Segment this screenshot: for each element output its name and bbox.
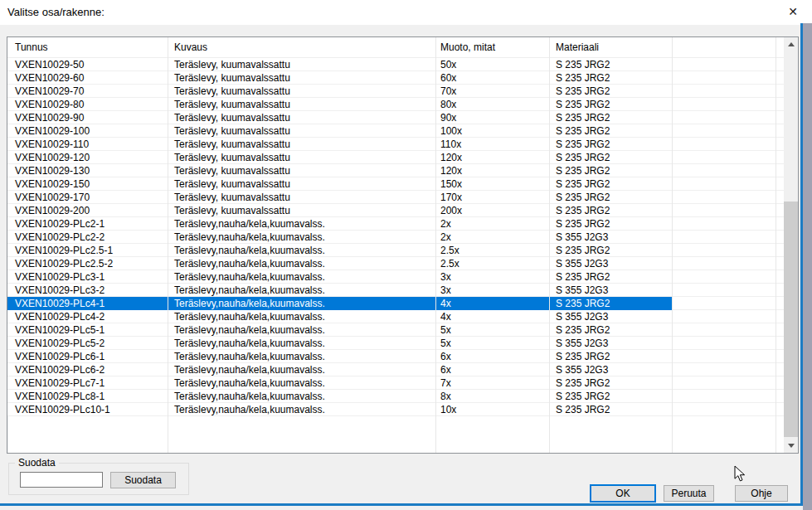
dialog-title: Valitse osa/rakenne: [7,6,105,18]
table-row[interactable]: VXEN10029-200 Teräslevy, kuumavalssattu … [7,204,784,217]
table-row[interactable]: VXEN10029-170 Teräslevy, kuumavalssattu … [7,191,784,204]
cell-tunnus: VXEN10029-PLc6-2 [15,363,105,376]
cell-materiaali: S 235 JRG2 [556,151,610,164]
cell-tunnus: VXEN10029-PLc3-1 [15,270,105,284]
table-row[interactable]: VXEN10029-130 Teräslevy, kuumavalssattu … [7,164,784,177]
cell-tunnus: VXEN10029-170 [15,191,90,204]
cell-muoto: 120x [440,151,462,164]
table-row[interactable]: VXEN10029-80 Teräslevy, kuumavalssattu 8… [7,98,784,111]
cell-materiaali: S 235 JRG2 [556,98,610,111]
cell-muoto: 3x [440,284,451,297]
table-row[interactable]: VXEN10029-70 Teräslevy, kuumavalssattu 7… [7,85,784,98]
table-row[interactable]: VXEN10029-PLc3-2 Teräslevy,nauha/kela,ku… [7,284,784,297]
cell-kuvaus: Teräslevy, kuumavalssattu [174,98,290,111]
table-row[interactable]: VXEN10029-PLc2-2 Teräslevy,nauha/kela,ku… [7,231,784,244]
column-header-tunnus[interactable]: Tunnus [15,37,48,57]
table-row[interactable]: VXEN10029-PLc4-1 Teräslevy,nauha/kela,ku… [7,297,784,310]
cell-materiaali: S 235 JRG2 [556,244,610,257]
cell-muoto: 7x [440,376,451,390]
table-row[interactable]: VXEN10029-PLc5-1 Teräslevy,nauha/kela,ku… [7,323,784,337]
cell-materiaali: S 355 J2G3 [556,231,608,244]
column-header-muoto[interactable]: Muoto, mitat [440,37,495,57]
cell-kuvaus: Teräslevy,nauha/kela,kuumavalss. [174,376,325,390]
cell-tunnus: VXEN10029-PLc2-1 [15,217,105,231]
cell-kuvaus: Teräslevy,nauha/kela,kuumavalss. [174,231,325,244]
cell-materiaali: S 235 JRG2 [556,177,610,191]
table-row[interactable]: VXEN10029-PLc6-1 Teräslevy,nauha/kela,ku… [7,350,784,363]
cell-materiaali: S 235 JRG2 [556,204,610,217]
cell-muoto: 5x [440,337,451,350]
cell-tunnus: VXEN10029-PLc8-1 [15,390,105,403]
table-row[interactable]: VXEN10029-PLc3-1 Teräslevy,nauha/kela,ku… [7,270,784,284]
cell-tunnus: VXEN10029-PLc10-1 [15,403,110,416]
cell-tunnus: VXEN10029-PLc2-2 [15,231,105,244]
cell-materiaali: S 355 J2G3 [556,257,608,270]
column-separator [549,37,550,453]
scroll-down-icon[interactable] [784,439,798,453]
window-right-border [800,23,803,508]
cell-muoto: 200x [440,204,462,217]
cell-kuvaus: Teräslevy, kuumavalssattu [174,204,290,217]
cell-kuvaus: Teräslevy, kuumavalssattu [174,111,290,124]
cell-tunnus: VXEN10029-PLc2.5-1 [15,244,113,257]
cell-muoto: 50x [440,58,456,71]
table-row[interactable]: VXEN10029-PLc6-2 Teräslevy,nauha/kela,ku… [7,363,784,376]
table-row[interactable]: VXEN10029-PLc2.5-2 Teräslevy,nauha/kela,… [7,257,784,270]
cancel-button[interactable]: Peruuta [664,485,714,502]
parts-listview: Tunnus Kuvaus Muoto, mitat Materiaali VX… [7,36,799,454]
cell-tunnus: VXEN10029-110 [15,138,89,151]
table-row[interactable]: VXEN10029-110 Teräslevy, kuumavalssattu … [7,138,784,151]
ok-button[interactable]: OK [590,484,656,503]
cell-kuvaus: Teräslevy, kuumavalssattu [174,177,290,191]
table-row[interactable]: VXEN10029-PLc2-1 Teräslevy,nauha/kela,ku… [7,217,784,231]
cell-kuvaus: Teräslevy,nauha/kela,kuumavalss. [174,390,325,403]
table-row[interactable]: VXEN10029-PLc8-1 Teräslevy,nauha/kela,ku… [7,390,784,403]
cell-kuvaus: Teräslevy, kuumavalssattu [174,191,290,204]
cell-kuvaus: Teräslevy,nauha/kela,kuumavalss. [174,323,325,337]
cell-kuvaus: Teräslevy, kuumavalssattu [174,85,290,98]
cell-tunnus: VXEN10029-150 [15,177,90,191]
cell-tunnus: VXEN10029-50 [15,58,84,71]
column-header-kuvaus[interactable]: Kuvaus [174,37,207,57]
cell-kuvaus: Teräslevy,nauha/kela,kuumavalss. [174,310,325,323]
table-row[interactable]: VXEN10029-PLc7-1 Teräslevy,nauha/kela,ku… [7,376,784,390]
table-row[interactable]: VXEN10029-60 Teräslevy, kuumavalssattu 6… [7,71,784,85]
cell-kuvaus: Teräslevy, kuumavalssattu [174,164,290,177]
column-separator [435,37,436,453]
vertical-scrollbar[interactable] [784,37,798,453]
table-row[interactable]: VXEN10029-PLc5-2 Teräslevy,nauha/kela,ku… [7,337,784,350]
table-row[interactable]: VXEN10029-120 Teräslevy, kuumavalssattu … [7,151,784,164]
cell-tunnus: VXEN10029-PLc7-1 [15,376,105,390]
cell-muoto: 10x [440,403,456,416]
help-button[interactable]: Ohje [735,485,788,502]
cell-materiaali: S 355 J2G3 [556,284,608,297]
cell-materiaali: S 235 JRG2 [556,376,610,390]
cell-muoto: 60x [440,71,456,85]
cell-muoto: 8x [440,390,451,403]
table-row[interactable]: VXEN10029-100 Teräslevy, kuumavalssattu … [7,124,784,138]
table-row[interactable]: VXEN10029-150 Teräslevy, kuumavalssattu … [7,177,784,191]
cell-tunnus: VXEN10029-PLc4-1 [15,297,105,310]
column-header-materiaali[interactable]: Materiaali [556,37,599,57]
table-row[interactable]: VXEN10029-50 Teräslevy, kuumavalssattu 5… [7,58,784,71]
cell-muoto: 170x [440,191,462,204]
cell-muoto: 6x [440,363,451,376]
table-row[interactable]: VXEN10029-PLc2.5-1 Teräslevy,nauha/kela,… [7,244,784,257]
scroll-up-icon[interactable] [784,37,798,51]
cell-tunnus: VXEN10029-PLc5-2 [15,337,105,350]
table-row[interactable]: VXEN10029-90 Teräslevy, kuumavalssattu 9… [7,111,784,124]
close-icon[interactable]: ✕ [785,3,801,20]
filter-button[interactable]: Suodata [110,472,176,488]
cell-materiaali: S 355 J2G3 [556,310,608,323]
filter-input[interactable] [20,472,103,488]
scrollbar-thumb[interactable] [784,202,798,437]
cell-tunnus: VXEN10029-PLc3-2 [15,284,105,297]
cell-materiaali: S 355 J2G3 [556,337,608,350]
table-row[interactable]: VXEN10029-PLc10-1 Teräslevy,nauha/kela,k… [7,403,784,416]
cell-tunnus: VXEN10029-80 [15,98,84,111]
cell-materiaali: S 235 JRG2 [556,71,610,85]
cell-muoto: 4x [440,310,451,323]
cell-tunnus: VXEN10029-PLc5-1 [15,323,105,337]
table-row[interactable]: VXEN10029-PLc4-2 Teräslevy,nauha/kela,ku… [7,310,784,323]
cell-muoto: 2x [440,217,451,231]
